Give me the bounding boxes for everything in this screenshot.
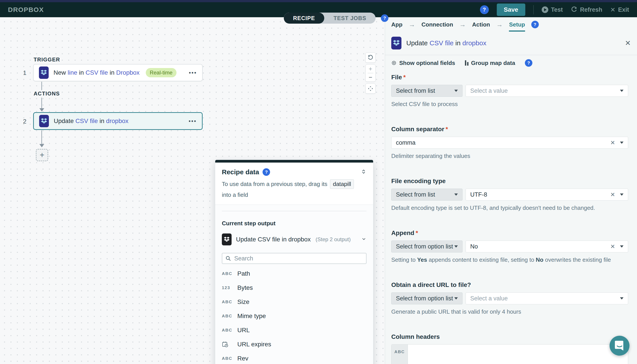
breadcrumb-connection[interactable]: Connection (421, 21, 453, 28)
datapill-size[interactable]: ABC Size (222, 295, 366, 309)
calendar-clock-icon (222, 341, 233, 348)
exit-button[interactable]: ✕ Exit (610, 6, 629, 14)
field-label: Column separator* (391, 126, 628, 133)
recipe-data-help-icon[interactable]: ? (263, 168, 270, 176)
tab-recipe[interactable]: RECIPE (284, 12, 324, 24)
connector-line (41, 98, 42, 109)
abc-type-icon: ABC (222, 328, 233, 333)
abc-type-icon: ABC (391, 344, 408, 364)
connector-arrow (39, 108, 44, 112)
datapill-url-expires[interactable]: URL expires (222, 337, 366, 352)
field-append: Append* Select from option list No ✕ Set… (391, 230, 628, 263)
actions-section-label: ACTIONS (34, 90, 60, 97)
step2-menu-button[interactable]: ••• (189, 118, 197, 124)
recipe-testjobs-tabs: RECIPE TEST JOBS (284, 12, 375, 24)
pan-icon (367, 86, 374, 92)
clear-icon[interactable]: ✕ (610, 139, 615, 146)
trigger-section-label: TRIGGER (34, 56, 60, 63)
datapill-list: ABC Path 123 Bytes ABC Size ABC Mime typ… (222, 266, 366, 364)
show-optional-fields-button[interactable]: Show optional fields (391, 60, 455, 66)
step1-menu-button[interactable]: ••• (189, 69, 197, 76)
close-panel-button[interactable]: ✕ (625, 39, 631, 47)
direct-url-mode-select[interactable]: Select from option list (391, 292, 463, 304)
trigger-step-title: New line in CSV file in Dropbox (54, 69, 140, 76)
show-optional-fields-icon (391, 60, 396, 66)
abc-type-icon: ABC (222, 300, 233, 304)
file-value-select[interactable]: Select a value (466, 85, 628, 97)
pan-view-button[interactable] (365, 84, 375, 94)
required-marker: * (415, 230, 418, 236)
caret-down-icon (454, 90, 458, 92)
encoding-mode-select[interactable]: Select from list (391, 189, 463, 200)
dropbox-app-icon (391, 37, 401, 50)
breadcrumb-action[interactable]: Action (472, 21, 490, 28)
reset-view-icon (367, 54, 374, 61)
options-help-icon[interactable]: ? (525, 59, 532, 67)
column-headers-textarea[interactable] (408, 344, 628, 364)
play-icon (542, 6, 548, 13)
caret-down-icon (620, 297, 623, 300)
clear-icon[interactable]: ✕ (610, 243, 615, 250)
close-icon: ✕ (610, 6, 615, 14)
refresh-button[interactable]: Refresh (571, 6, 602, 13)
clear-icon[interactable]: ✕ (610, 191, 615, 198)
breadcrumb-setup[interactable]: Setup (509, 21, 525, 28)
number-type-icon: 123 (222, 285, 233, 290)
realtime-badge: Real-time (146, 68, 176, 77)
field-label: File encoding type (391, 178, 628, 185)
trigger-step-card[interactable]: New line in CSV file in Dropbox Real-tim… (33, 64, 202, 81)
add-step-button[interactable]: + (36, 149, 48, 161)
help-icon[interactable]: ? (480, 5, 489, 14)
dropbox-app-icon (39, 115, 49, 127)
current-step-output-label: Current step output (222, 220, 366, 227)
datapill-rev[interactable]: ABC Rev (222, 352, 366, 364)
recipe-data-titlebar (215, 160, 373, 162)
recipe-data-subtitle: To use data from a previous step, drag i… (222, 179, 366, 198)
datapill-search[interactable] (222, 253, 366, 264)
setup-title: Update CSV file in dropbox (406, 39, 486, 47)
save-button[interactable]: Save (497, 4, 525, 16)
setup-title-row: Update CSV file in dropbox ✕ (385, 31, 637, 55)
test-button[interactable]: Test (542, 6, 563, 13)
direct-url-value-select[interactable]: Select a value (466, 292, 628, 304)
collapse-panel-button[interactable] (361, 169, 366, 175)
datapill-url[interactable]: ABC URL (222, 323, 366, 337)
zoom-in-button[interactable]: + (369, 66, 372, 72)
file-mode-select[interactable]: Select from list (391, 85, 463, 97)
caret-down-icon (620, 246, 623, 248)
current-step-output-row[interactable]: Update CSV file in dropbox (Step 2 outpu… (222, 234, 366, 246)
header-divider (533, 5, 534, 14)
zoom-out-button[interactable]: − (369, 74, 372, 80)
recipe-title: DROPBOX (8, 6, 44, 14)
dropbox-app-icon (39, 66, 49, 79)
zoom-control[interactable]: + − (365, 64, 375, 82)
column-separator-input[interactable]: comma ✕ (391, 137, 628, 149)
chat-launcher-button[interactable] (609, 336, 629, 356)
group-map-data-button[interactable]: Group map data (465, 60, 515, 66)
append-mode-select[interactable]: Select from option list (391, 240, 463, 252)
tab-test-jobs[interactable]: TEST JOBS (324, 12, 375, 24)
search-input[interactable] (234, 255, 363, 262)
caret-down-icon (454, 297, 458, 300)
breadcrumb-app[interactable]: App (391, 21, 402, 28)
reset-view-button[interactable] (365, 52, 375, 63)
breadcrumb-help-icon[interactable]: ? (531, 21, 539, 28)
field-label: Column headers (391, 333, 628, 340)
append-value-select[interactable]: No ✕ (466, 240, 628, 252)
chat-icon (614, 340, 625, 351)
field-help: Select CSV file to process (391, 101, 628, 108)
tabs-help-icon[interactable]: ? (381, 14, 388, 22)
abc-type-icon: ABC (222, 314, 233, 318)
field-label: Obtain a direct URL to file? (391, 282, 628, 288)
field-help: Delimiter separating the values (391, 152, 628, 160)
datapill-bytes[interactable]: 123 Bytes (222, 281, 366, 295)
datapill-mime-type[interactable]: ABC Mime type (222, 309, 366, 323)
connector-arrow (39, 144, 44, 147)
datapill-path[interactable]: ABC Path (222, 266, 366, 281)
action-step-card[interactable]: Update CSV file in dropbox ••• (33, 112, 202, 130)
encoding-value-select[interactable]: UTF-8 ✕ (466, 189, 628, 200)
divider (222, 211, 366, 211)
search-icon (225, 256, 231, 261)
action-step-title: Update CSV file in dropbox (54, 118, 128, 124)
chevron-down-icon (361, 236, 366, 242)
